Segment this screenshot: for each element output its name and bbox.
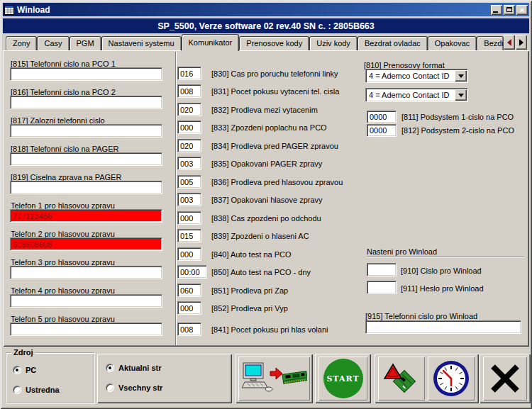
minimize-icon <box>493 11 498 13</box>
close-button[interactable]: × <box>516 5 528 15</box>
zdroj-groupbox: Zdroj PC Ustredna <box>6 352 95 404</box>
field-840-input[interactable] <box>177 247 201 261</box>
field-837-input[interactable] <box>177 193 201 206</box>
maximize-button[interactable] <box>504 5 515 15</box>
field-852-label: [852] Prodleva pri Vyp <box>211 304 288 313</box>
tab-prenosove-kody[interactable]: Prenosove kody <box>239 36 309 51</box>
field-832-input[interactable] <box>177 103 201 116</box>
warning-panel-icon <box>383 360 420 397</box>
device-info-banner: SP_5500, Verze software 02 rev.40 SN c. … <box>3 18 529 33</box>
field-817-input[interactable] <box>10 124 162 138</box>
field-834-input[interactable] <box>177 139 201 152</box>
tab-zony[interactable]: Zony <box>6 36 37 51</box>
radio-ustredna-label: Ustredna <box>26 386 60 394</box>
field-915-label: [915] Telefonni cislo pro Winload <box>365 312 477 320</box>
tab-bezdrat-ovladac[interactable]: Bezdrat ovladac <box>358 36 428 51</box>
winload-section-title: Nasteni pro Winload <box>367 247 437 256</box>
format-select-2[interactable]: 4 = Ademco Contact ID <box>365 88 468 102</box>
close-x-icon <box>489 364 521 393</box>
radio-pc[interactable]: PC <box>13 366 36 374</box>
radio-vsechny-circle[interactable] <box>106 383 114 392</box>
zdroj-title: Zdroj <box>11 348 35 357</box>
phone5-input[interactable] <box>10 323 162 336</box>
field-819-input[interactable] <box>10 181 162 194</box>
field-811-label: [811] Podsystem 1-cislo na PCO <box>401 113 514 121</box>
field-831-label: [831] Pocet pokusu vytaceni tel. cisla <box>211 87 339 96</box>
radio-ustredna[interactable]: Ustredna <box>13 386 60 394</box>
tab-bezdratova-klavesnice[interactable]: Bezdratova klavesn <box>477 36 504 51</box>
titlebar[interactable]: Winload × <box>3 3 529 16</box>
radio-selected-dot <box>16 369 18 371</box>
start-button[interactable]: START <box>318 357 367 400</box>
field-811-input[interactable] <box>367 111 397 123</box>
phone3-input[interactable] <box>10 266 162 279</box>
field-839-input[interactable] <box>177 229 201 242</box>
field-835-input[interactable] <box>177 157 201 170</box>
exit-button[interactable] <box>483 357 527 400</box>
komunikator-tab-page: [815] Telefonni cislo na PCO 1 [816] Tel… <box>3 50 529 347</box>
radio-aktualni-circle[interactable] <box>106 364 114 372</box>
radio-pc-circle[interactable] <box>13 366 21 374</box>
phone4-input[interactable] <box>10 294 162 308</box>
field-818-input[interactable] <box>10 152 162 166</box>
tools-button-panel <box>375 354 479 403</box>
field-911-input[interactable] <box>367 281 397 294</box>
phone2-input[interactable] <box>10 237 162 251</box>
send-to-panel-button[interactable] <box>238 357 310 400</box>
radio-aktualni-str[interactable]: Aktualni str <box>106 364 162 372</box>
clock-button[interactable] <box>428 357 475 400</box>
field-841-label: [841] Pocet pokusu pri hlas volani <box>211 325 328 334</box>
field-841-input[interactable] <box>177 323 201 336</box>
tab-nastaveni-systemu[interactable]: Nastaveni systemu <box>101 36 182 51</box>
field-812-input[interactable] <box>367 124 397 137</box>
field-915-input[interactable] <box>365 320 521 334</box>
radio-ustredna-circle[interactable] <box>13 386 21 394</box>
field-911-label: [911] Heslo pro Winload <box>401 284 484 293</box>
tab-scroller <box>503 35 527 50</box>
minimize-button[interactable] <box>491 5 502 15</box>
tab-komunikator[interactable]: Komunikator <box>182 34 240 51</box>
tab-pgm[interactable]: PGM <box>70 36 101 51</box>
tab-scroll-right-button[interactable] <box>516 35 527 50</box>
field-833-input[interactable] <box>177 121 201 134</box>
format-select-1[interactable]: 4 = Ademco Contact ID <box>365 69 468 83</box>
winload-section-divider <box>367 257 524 258</box>
field-830-input[interactable] <box>177 67 201 80</box>
field-816-input[interactable] <box>10 96 162 109</box>
field-833-label: [833] Zpozdeni poplachu na PCO <box>211 123 327 132</box>
phone1-input[interactable] <box>10 209 162 223</box>
radio-vsechny-str[interactable]: Vsechny str <box>106 383 162 392</box>
tab-opakovac[interactable]: Opakovac <box>428 36 477 51</box>
dropdown-button[interactable] <box>455 70 467 82</box>
radio-selected-dot <box>109 366 111 369</box>
winload-window: Winload × SP_5500, Verze software 02 rev… <box>0 0 532 409</box>
field-851-input[interactable] <box>177 284 201 297</box>
field-832-label: [832] Prodleva mezi vytacenim <box>211 106 318 114</box>
field-834-label: [834] Prodleva pred PAGER zpravou <box>211 142 338 150</box>
field-910-input[interactable] <box>367 263 397 276</box>
dropdown-button[interactable] <box>455 89 467 101</box>
verify-button[interactable] <box>378 357 425 400</box>
tab-uziv-kody[interactable]: Uziv kody <box>309 36 358 51</box>
radio-vsechny-label: Vsechny str <box>118 383 162 392</box>
field-839-label: [839] Zpozdeni o hlaseni AC <box>211 232 309 240</box>
field-815-input[interactable] <box>10 67 162 81</box>
left-arrow-icon <box>507 39 511 46</box>
field-852-input[interactable] <box>177 301 201 315</box>
field-836-input[interactable] <box>177 175 201 189</box>
field-850-label: [850] Auto test na PCO - dny <box>211 268 311 276</box>
tab-scroll-left-button[interactable] <box>504 35 515 50</box>
right-arrow-icon <box>519 39 523 46</box>
field-838-input[interactable] <box>177 211 201 225</box>
app-icon <box>4 5 14 15</box>
clock-icon <box>431 359 471 398</box>
tab-casy[interactable]: Casy <box>37 36 69 51</box>
start-button-label: START <box>326 374 359 383</box>
field-910-label: [910] Cislo pro Winload <box>401 267 482 275</box>
field-831-input[interactable] <box>177 84 201 98</box>
field-840-label: [840] Auto test na PCO <box>211 250 292 259</box>
field-850-input[interactable] <box>177 265 207 279</box>
start-circle-icon: START <box>323 359 363 398</box>
maximize-icon <box>506 7 512 12</box>
field-837-label: [837] Opakovani hlasove zpravy <box>211 196 323 204</box>
